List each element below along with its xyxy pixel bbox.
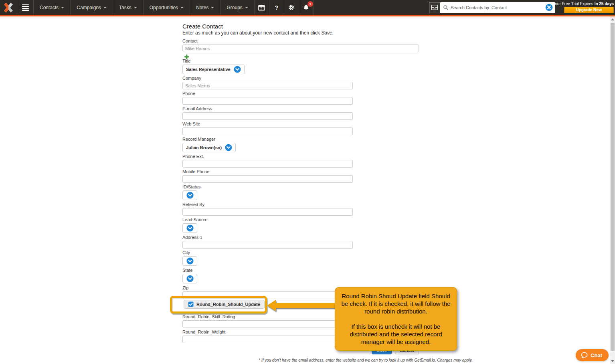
caret-down-icon: [180, 7, 184, 10]
settings-gear-icon[interactable]: [284, 0, 299, 15]
search-input[interactable]: [451, 5, 543, 10]
nav-label: Notes: [196, 5, 208, 10]
clear-search-icon[interactable]: [545, 4, 553, 11]
round-robin-should-update-control[interactable]: Round_Robin_Should_Update: [184, 300, 265, 309]
caret-down-icon: [245, 7, 248, 10]
chat-label: Chat: [591, 352, 602, 358]
top-navigation-bar: Contacts Campaigns Tasks Opportunities N…: [0, 0, 615, 16]
state-select[interactable]: [182, 274, 197, 283]
notifications-bell-icon[interactable]: 1: [299, 0, 314, 15]
website-label: Web Site: [182, 122, 419, 126]
title-select[interactable]: Sales Representative: [182, 65, 245, 74]
search-cluster: [429, 0, 555, 15]
id-status-label: ID/Status: [182, 185, 419, 189]
caret-down-icon: [134, 7, 137, 10]
notification-count-badge: 1: [308, 1, 313, 7]
nav-contacts[interactable]: Contacts: [34, 0, 70, 15]
nav-label: Groups: [227, 5, 242, 10]
scroll-down-arrow-icon[interactable]: [610, 358, 615, 364]
nav-campaigns[interactable]: Campaigns: [71, 0, 113, 15]
phone-label: Phone: [182, 91, 419, 96]
city-select[interactable]: [182, 256, 197, 266]
company-input[interactable]: [182, 82, 353, 89]
title-label: Title: [182, 59, 419, 63]
search-box: [440, 2, 555, 13]
page-subtitle: Enter as much as you can about your new …: [182, 30, 419, 36]
nav-groups[interactable]: Groups: [221, 0, 254, 15]
lead-source-label: Lead Source: [182, 218, 419, 222]
lead-source-select[interactable]: [182, 223, 197, 233]
chevron-down-icon: [225, 144, 232, 151]
scrollbar[interactable]: [610, 16, 615, 364]
checkbox-checked-icon[interactable]: [188, 301, 194, 307]
company-label: Company: [182, 76, 419, 81]
divider: [314, 0, 314, 15]
caret-down-icon: [103, 7, 107, 10]
phone-ext-label: Phone Ext.: [182, 154, 419, 159]
id-status-select[interactable]: [182, 190, 197, 200]
phone-input[interactable]: [182, 97, 353, 105]
calendar-icon[interactable]: [255, 0, 269, 15]
address1-label: Address 1: [182, 235, 419, 240]
nav-tasks[interactable]: Tasks: [113, 0, 143, 15]
chevron-down-icon: [186, 275, 194, 282]
email-input[interactable]: [182, 112, 353, 120]
trial-block: Your Free Trial Expires In 25 days Upgra…: [555, 0, 615, 15]
refered-by-label: Refered By: [182, 202, 419, 207]
website-input[interactable]: [182, 127, 353, 135]
contact-label: Contact: [182, 39, 419, 43]
mobile-phone-label: Mobile Phone: [182, 170, 419, 174]
caret-down-icon: [61, 7, 64, 10]
chevron-down-icon: [186, 224, 194, 232]
round-robin-skill-rating-input[interactable]: [182, 320, 353, 328]
chevron-down-icon: [186, 257, 194, 265]
round-robin-weight-input[interactable]: [182, 336, 353, 343]
email-label: E-mail Address: [182, 107, 419, 111]
annotation-callout: Round Robin Shoud Update field Should be…: [335, 287, 457, 351]
caret-down-icon: [211, 7, 214, 10]
upgrade-now-button[interactable]: Upgrade Now: [564, 7, 614, 13]
app-logo-icon[interactable]: [0, 0, 17, 15]
trial-expiry-text: Your Free Trial Expires In 25 days: [553, 2, 614, 6]
annotation-highlight-box: Round_Robin_Should_Update: [170, 296, 267, 313]
help-icon[interactable]: ?: [269, 0, 284, 15]
callout-paragraph: If this box is uncheck it will not be di…: [338, 323, 453, 346]
page-title: Create Contact: [182, 23, 419, 30]
city-label: City: [182, 251, 419, 255]
nav-notes[interactable]: Notes: [190, 0, 220, 15]
nav-opportunities[interactable]: Opportunities: [144, 0, 190, 15]
chat-button[interactable]: Chat: [576, 349, 609, 361]
search-icon: [443, 5, 449, 10]
mobile-phone-input[interactable]: [182, 175, 353, 183]
checkbox-label: Round_Robin_Should_Update: [196, 302, 260, 307]
chevron-down-icon: [186, 192, 194, 199]
chat-bubble-icon: [581, 352, 588, 358]
scroll-up-arrow-icon[interactable]: [610, 16, 615, 22]
nav-label: Tasks: [119, 5, 131, 10]
record-manager-label: Record Manager: [182, 137, 419, 142]
callout-paragraph: Round Robin Shoud Update field Should be…: [338, 292, 453, 315]
contact-input[interactable]: [182, 44, 419, 52]
record-manager-select[interactable]: Julian Brown(sn): [182, 143, 236, 152]
address1-input[interactable]: [182, 241, 353, 249]
footnote: * If you don't have the email address, e…: [259, 358, 419, 362]
annotation-arrow-icon: [267, 300, 335, 311]
contact-drawer-icon[interactable]: [429, 2, 440, 13]
nav-label: Opportunities: [150, 5, 178, 10]
hamburger-menu-icon[interactable]: [17, 0, 33, 15]
refered-by-input[interactable]: [182, 208, 353, 216]
phone-ext-input[interactable]: [182, 160, 353, 168]
chevron-down-icon: [234, 66, 241, 73]
nav-label: Contacts: [40, 5, 59, 10]
nav-label: Campaigns: [77, 5, 101, 10]
state-label: State: [182, 268, 419, 273]
scrollbar-thumb[interactable]: [611, 23, 615, 351]
